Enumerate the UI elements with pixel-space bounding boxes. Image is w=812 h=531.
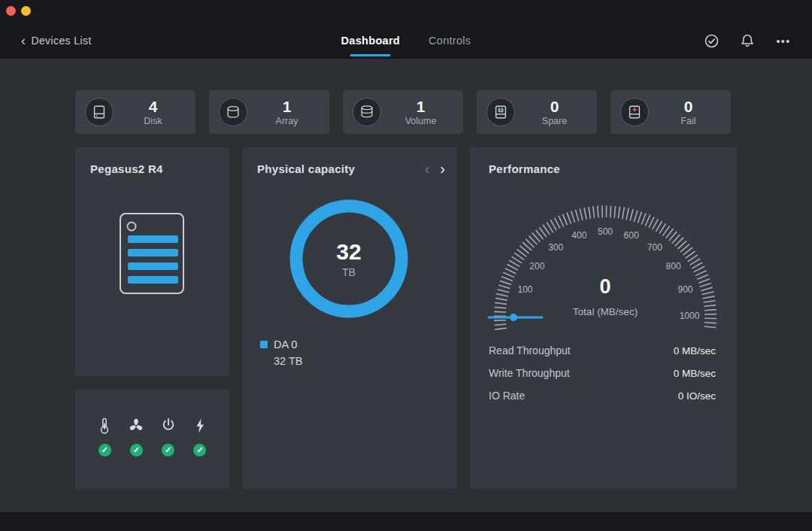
legend-value: 32 TB <box>274 355 302 367</box>
metric-row-read: Read Throughput 0 MB/sec <box>489 339 716 362</box>
performance-card: Performance 1002003004005006007008009001… <box>470 147 737 489</box>
temperature-ok-badge: ✓ <box>98 444 111 457</box>
disk-icon <box>85 98 114 126</box>
capacity-donut-chart: 32 TB <box>285 195 413 323</box>
fail-icon <box>620 98 649 126</box>
gauge-tick-label: 800 <box>666 261 681 272</box>
capacity-card-title: Physical capacity <box>257 162 355 175</box>
metric-label: IO Rate <box>489 390 525 402</box>
more-options-icon[interactable]: ••• <box>774 32 792 50</box>
stat-label: Array <box>247 116 326 126</box>
fan-ok-badge: ✓ <box>130 444 143 457</box>
tab-bar: Dashboard Controls <box>341 23 471 59</box>
metric-value: 0 IO/sec <box>678 390 716 402</box>
stat-value: 0 <box>515 99 594 115</box>
back-chevron-icon: ‹ <box>21 35 26 46</box>
power-icon <box>160 417 177 435</box>
stat-card-spare[interactable]: S 0 Spare <box>477 90 597 134</box>
gauge-tick-label: 500 <box>598 226 613 237</box>
gauge-value: 0 <box>599 275 611 299</box>
minimize-button[interactable] <box>21 6 31 16</box>
device-card: Pegasus2 R4 <box>75 147 229 376</box>
tab-controls[interactable]: Controls <box>429 35 471 47</box>
stat-value: 0 <box>649 99 728 115</box>
device-name: Pegasus2 R4 <box>90 162 163 175</box>
main-content: 4 Disk 1 Array <box>0 59 812 512</box>
stat-label: Spare <box>515 116 594 126</box>
performance-metrics: Read Throughput 0 MB/sec Write Throughpu… <box>489 339 716 407</box>
stat-card-volume[interactable]: 1 Volume <box>343 90 463 134</box>
stat-label: Volume <box>381 116 460 126</box>
gauge-tick-label: 300 <box>548 242 563 253</box>
spare-icon: S <box>486 98 515 126</box>
metric-label: Write Throughput <box>489 367 570 379</box>
notifications-bell-icon[interactable] <box>738 32 756 50</box>
metric-label: Read Throughput <box>489 344 571 357</box>
psu-ok-badge: ✓ <box>193 444 206 457</box>
performance-gauge: 1002003004005006007008009001000 0 Total … <box>470 147 737 335</box>
gauge-tick-label: 200 <box>529 261 544 272</box>
gauge-unit-label: Total (MB/sec) <box>573 306 638 317</box>
navbar: ‹ Devices List Dashboard Controls ••• <box>0 23 812 59</box>
gauge-tick-label: 100 <box>517 284 532 295</box>
legend-label: DA 0 <box>274 338 297 350</box>
fan-icon <box>128 417 144 435</box>
health-status-card: ✓ ✓ ✓ <box>75 390 229 489</box>
stat-label: Disk <box>114 116 192 126</box>
capacity-legend: DA 0 32 TB <box>260 338 302 367</box>
gauge-tick-label: 400 <box>571 230 586 241</box>
health-fan: ✓ <box>126 417 146 489</box>
back-button[interactable]: ‹ Devices List <box>21 35 92 47</box>
metric-value: 0 MB/sec <box>674 368 716 379</box>
nav-actions: ••• <box>702 32 792 50</box>
temperature-icon <box>96 417 113 435</box>
physical-capacity-card: Physical capacity ‹ › 32 TB DA 0 32 TB <box>242 147 457 489</box>
device-enclosure-illustration <box>111 209 194 304</box>
legend-swatch <box>260 341 268 348</box>
stat-value: 4 <box>114 99 192 115</box>
health-power: ✓ <box>159 417 178 489</box>
capacity-total-value: 32 <box>336 239 361 265</box>
svg-text:S: S <box>499 108 502 112</box>
stat-card-array[interactable]: 1 Array <box>209 90 329 134</box>
capacity-prev-icon[interactable]: ‹ <box>425 161 430 176</box>
stat-value: 1 <box>381 99 460 115</box>
tab-dashboard[interactable]: Dashboard <box>341 35 400 47</box>
stat-label: Fail <box>649 116 728 126</box>
stats-row: 4 Disk 1 Array <box>75 90 731 134</box>
metric-row-write: Write Throughput 0 MB/sec <box>489 362 716 384</box>
close-button[interactable] <box>6 6 16 16</box>
stat-value: 1 <box>247 99 326 115</box>
gauge-tick-label: 600 <box>624 230 639 241</box>
stat-card-fail[interactable]: 0 Fail <box>611 90 731 134</box>
window-header: ‹ Devices List Dashboard Controls ••• <box>0 0 812 59</box>
gauge-tick-label: 700 <box>647 242 662 253</box>
metric-value: 0 MB/sec <box>674 345 716 357</box>
gauge-tick-label: 1000 <box>680 311 700 321</box>
health-psu: ✓ <box>190 417 210 489</box>
back-label: Devices List <box>31 35 91 47</box>
stat-card-disk[interactable]: 4 Disk <box>75 90 195 134</box>
psu-bolt-icon <box>192 417 208 435</box>
power-ok-badge: ✓ <box>162 444 174 457</box>
capacity-total-unit: TB <box>342 266 356 278</box>
health-temperature: ✓ <box>95 417 114 489</box>
titlebar <box>0 0 812 23</box>
capacity-next-icon[interactable]: › <box>440 161 445 176</box>
gauge-tick-label: 900 <box>678 284 693 295</box>
array-icon <box>219 98 247 126</box>
volume-icon <box>353 98 381 126</box>
status-check-icon[interactable] <box>702 32 720 50</box>
metric-row-io: IO Rate 0 IO/sec <box>489 384 716 407</box>
